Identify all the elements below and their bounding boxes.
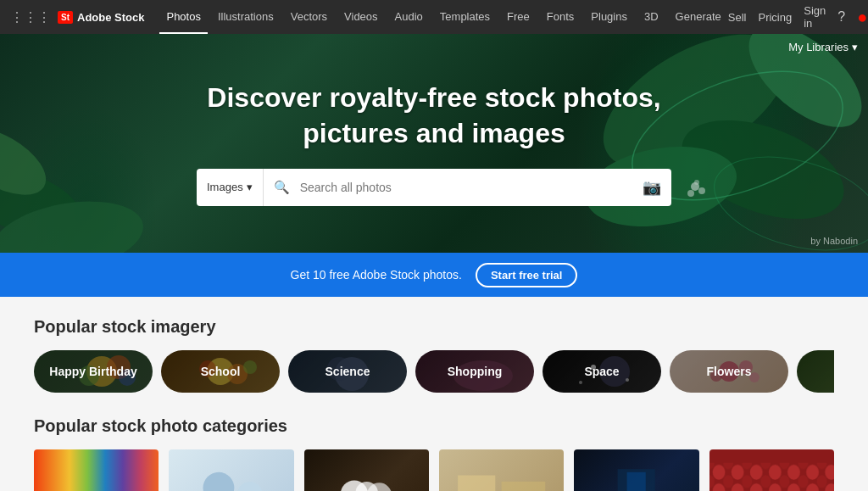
logo[interactable]: St Adobe Stock — [58, 11, 144, 24]
svg-rect-41 — [502, 482, 546, 491]
popular-categories-title: Popular stock photo categories — [34, 416, 834, 436]
chip-label: Space — [577, 365, 626, 378]
category-decoration — [169, 449, 293, 491]
popular-imagery-title: Popular stock imagery — [34, 317, 834, 337]
logo-box: St — [58, 11, 73, 24]
category-decoration — [304, 449, 429, 491]
nav-link-videos[interactable]: Videos — [337, 0, 385, 34]
help-icon[interactable]: ? — [837, 9, 845, 25]
hero-title: Discover royalty-free stock photos, pict… — [180, 81, 688, 151]
svg-point-35 — [237, 482, 262, 491]
navigation: ⋮⋮⋮ St Adobe Stock Photos Illustrations … — [0, 0, 868, 34]
category-bg — [709, 449, 834, 491]
chip-decoration — [797, 350, 834, 393]
chip-label: Flowers — [700, 365, 759, 378]
main-content: Popular stock imagery Happy Birthday — [0, 297, 868, 491]
svg-point-26 — [626, 378, 629, 382]
nav-link-vectors[interactable]: Vectors — [284, 0, 334, 34]
search-type-dropdown[interactable]: Images ▾ — [197, 169, 264, 206]
chip-label: Happy Birthday — [42, 365, 143, 378]
category-bg — [439, 449, 564, 491]
category-bg — [574, 449, 698, 491]
search-magnifier-icon: 🔍 — [264, 180, 290, 195]
hero-content: Discover royalty-free stock photos, pict… — [0, 81, 868, 205]
nav-link-templates[interactable]: Templates — [433, 0, 497, 34]
chip-happy-birthday[interactable]: Happy Birthday — [34, 350, 153, 393]
nav-link-3d[interactable]: 3D — [637, 0, 665, 34]
category-decoration — [709, 449, 834, 491]
hero-section: My Libraries ▾ Discover royalty-free sto… — [0, 34, 868, 253]
chips-row: Happy Birthday School — [34, 350, 834, 393]
popular-categories-section: Popular stock photo categories — [34, 416, 834, 491]
nav-link-illustrations[interactable]: Illustrations — [211, 0, 281, 34]
search-input[interactable] — [290, 181, 632, 194]
chip-extra[interactable]: V... — [797, 350, 834, 393]
category-card-architecture[interactable] — [439, 449, 564, 491]
categories-grid — [34, 449, 834, 491]
logo-text: Adobe Stock — [77, 11, 144, 24]
chip-shopping[interactable]: Shopping — [415, 350, 534, 393]
nav-sell-link[interactable]: Sell — [728, 11, 747, 24]
chip-bg — [797, 350, 834, 393]
nav-link-generate[interactable]: Generate — [669, 0, 728, 34]
promo-banner: Get 10 free Adobe Stock photos. Start fr… — [0, 253, 868, 297]
svg-point-27 — [579, 381, 582, 384]
svg-point-33 — [203, 472, 235, 491]
nav-pricing-link[interactable]: Pricing — [758, 11, 792, 24]
visual-search-button[interactable]: 📷 — [632, 169, 671, 206]
category-card-patterns[interactable] — [709, 449, 834, 491]
svg-rect-44 — [627, 472, 646, 491]
nav-signin-link[interactable]: Sign in — [804, 4, 826, 30]
chip-flowers[interactable]: Flowers — [670, 350, 788, 393]
chevron-down-icon: ▾ — [852, 41, 858, 53]
category-bg — [304, 449, 429, 491]
chevron-down-icon: ▾ — [247, 181, 253, 193]
chip-school[interactable]: School — [161, 350, 280, 393]
category-bg — [34, 449, 159, 491]
grid-icon[interactable]: ⋮⋮⋮ — [10, 9, 51, 25]
chip-label: Shopping — [441, 365, 509, 378]
chip-label: School — [194, 365, 248, 378]
svg-rect-50 — [709, 463, 834, 491]
nav-right: Sell Pricing Sign in ? ● — [728, 4, 867, 30]
chip-label: Science — [319, 365, 377, 378]
category-decoration — [439, 449, 564, 491]
adobe-icon: ● — [857, 8, 867, 27]
category-card-people[interactable] — [169, 449, 293, 491]
category-card-nature[interactable] — [574, 449, 698, 491]
nav-link-plugins[interactable]: Plugins — [584, 0, 634, 34]
nav-links: Photos Illustrations Vectors Videos Audi… — [159, 0, 727, 34]
chip-space[interactable]: Space — [542, 350, 661, 393]
search-bar: Images ▾ 🔍 📷 — [197, 169, 671, 206]
popular-imagery-section: Popular stock imagery Happy Birthday — [34, 317, 834, 393]
category-card-celebration[interactable] — [304, 449, 429, 491]
nav-link-fonts[interactable]: Fonts — [540, 0, 581, 34]
my-libraries-button[interactable]: My Libraries ▾ — [788, 41, 858, 53]
search-type-label: Images — [207, 181, 243, 193]
category-card-colors[interactable] — [34, 449, 159, 491]
hero-attribution: by Nabodin — [810, 236, 858, 246]
category-decoration — [574, 449, 698, 491]
nav-link-photos[interactable]: Photos — [159, 0, 207, 34]
svg-rect-40 — [458, 476, 495, 491]
promo-text: Get 10 free Adobe Stock photos. — [291, 268, 462, 282]
chip-science[interactable]: Science — [288, 350, 407, 393]
category-bg — [169, 449, 293, 491]
start-free-trial-button[interactable]: Start free trial — [476, 263, 578, 287]
nav-link-audio[interactable]: Audio — [388, 0, 430, 34]
camera-icon: 📷 — [643, 178, 661, 197]
nav-link-free[interactable]: Free — [500, 0, 537, 34]
